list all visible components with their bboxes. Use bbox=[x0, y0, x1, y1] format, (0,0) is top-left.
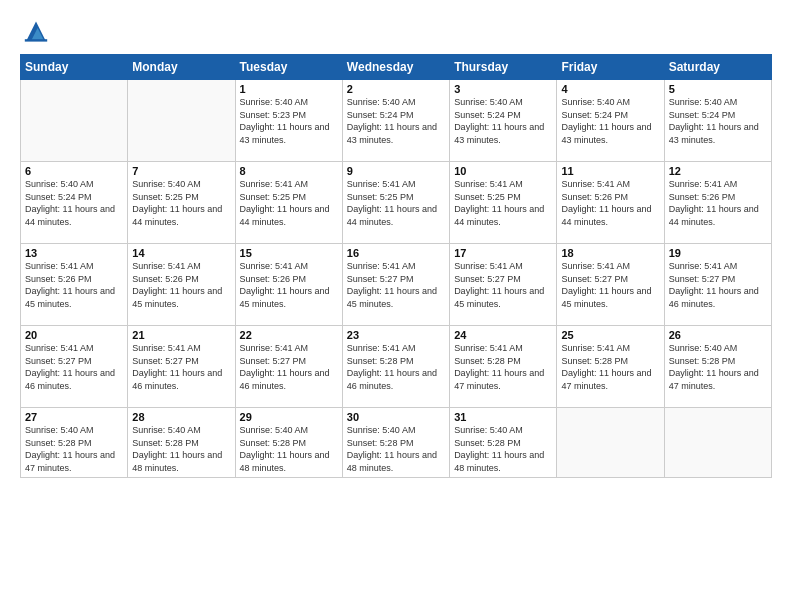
day-number: 29 bbox=[240, 411, 338, 423]
day-number: 31 bbox=[454, 411, 552, 423]
day-info: Sunrise: 5:40 AM Sunset: 5:25 PM Dayligh… bbox=[132, 178, 230, 228]
weekday-header-monday: Monday bbox=[128, 55, 235, 80]
calendar-cell: 1Sunrise: 5:40 AM Sunset: 5:23 PM Daylig… bbox=[235, 80, 342, 162]
day-number: 15 bbox=[240, 247, 338, 259]
day-info: Sunrise: 5:41 AM Sunset: 5:27 PM Dayligh… bbox=[132, 342, 230, 392]
week-row-1: 1Sunrise: 5:40 AM Sunset: 5:23 PM Daylig… bbox=[21, 80, 772, 162]
day-number: 24 bbox=[454, 329, 552, 341]
day-info: Sunrise: 5:41 AM Sunset: 5:27 PM Dayligh… bbox=[240, 342, 338, 392]
day-info: Sunrise: 5:41 AM Sunset: 5:26 PM Dayligh… bbox=[25, 260, 123, 310]
calendar-cell: 30Sunrise: 5:40 AM Sunset: 5:28 PM Dayli… bbox=[342, 408, 449, 478]
day-number: 16 bbox=[347, 247, 445, 259]
day-number: 11 bbox=[561, 165, 659, 177]
day-info: Sunrise: 5:40 AM Sunset: 5:28 PM Dayligh… bbox=[132, 424, 230, 474]
day-number: 12 bbox=[669, 165, 767, 177]
calendar-cell: 18Sunrise: 5:41 AM Sunset: 5:27 PM Dayli… bbox=[557, 244, 664, 326]
day-info: Sunrise: 5:41 AM Sunset: 5:26 PM Dayligh… bbox=[240, 260, 338, 310]
day-number: 25 bbox=[561, 329, 659, 341]
day-info: Sunrise: 5:41 AM Sunset: 5:26 PM Dayligh… bbox=[132, 260, 230, 310]
day-number: 30 bbox=[347, 411, 445, 423]
week-row-2: 6Sunrise: 5:40 AM Sunset: 5:24 PM Daylig… bbox=[21, 162, 772, 244]
calendar-cell: 14Sunrise: 5:41 AM Sunset: 5:26 PM Dayli… bbox=[128, 244, 235, 326]
header bbox=[20, 18, 772, 46]
calendar-cell bbox=[557, 408, 664, 478]
calendar-cell: 17Sunrise: 5:41 AM Sunset: 5:27 PM Dayli… bbox=[450, 244, 557, 326]
calendar-cell: 13Sunrise: 5:41 AM Sunset: 5:26 PM Dayli… bbox=[21, 244, 128, 326]
day-number: 13 bbox=[25, 247, 123, 259]
logo-icon bbox=[20, 18, 52, 46]
day-number: 14 bbox=[132, 247, 230, 259]
day-info: Sunrise: 5:41 AM Sunset: 5:25 PM Dayligh… bbox=[454, 178, 552, 228]
calendar-cell: 20Sunrise: 5:41 AM Sunset: 5:27 PM Dayli… bbox=[21, 326, 128, 408]
day-number: 10 bbox=[454, 165, 552, 177]
calendar-cell: 16Sunrise: 5:41 AM Sunset: 5:27 PM Dayli… bbox=[342, 244, 449, 326]
day-number: 28 bbox=[132, 411, 230, 423]
day-info: Sunrise: 5:41 AM Sunset: 5:26 PM Dayligh… bbox=[561, 178, 659, 228]
day-info: Sunrise: 5:40 AM Sunset: 5:28 PM Dayligh… bbox=[25, 424, 123, 474]
calendar-cell: 7Sunrise: 5:40 AM Sunset: 5:25 PM Daylig… bbox=[128, 162, 235, 244]
day-number: 8 bbox=[240, 165, 338, 177]
calendar-cell: 22Sunrise: 5:41 AM Sunset: 5:27 PM Dayli… bbox=[235, 326, 342, 408]
day-info: Sunrise: 5:41 AM Sunset: 5:26 PM Dayligh… bbox=[669, 178, 767, 228]
calendar-cell: 4Sunrise: 5:40 AM Sunset: 5:24 PM Daylig… bbox=[557, 80, 664, 162]
calendar-cell: 19Sunrise: 5:41 AM Sunset: 5:27 PM Dayli… bbox=[664, 244, 771, 326]
day-info: Sunrise: 5:40 AM Sunset: 5:23 PM Dayligh… bbox=[240, 96, 338, 146]
day-info: Sunrise: 5:41 AM Sunset: 5:28 PM Dayligh… bbox=[561, 342, 659, 392]
calendar-cell: 3Sunrise: 5:40 AM Sunset: 5:24 PM Daylig… bbox=[450, 80, 557, 162]
svg-rect-2 bbox=[25, 39, 47, 41]
day-info: Sunrise: 5:40 AM Sunset: 5:28 PM Dayligh… bbox=[347, 424, 445, 474]
day-info: Sunrise: 5:41 AM Sunset: 5:25 PM Dayligh… bbox=[347, 178, 445, 228]
day-number: 4 bbox=[561, 83, 659, 95]
weekday-header-tuesday: Tuesday bbox=[235, 55, 342, 80]
day-info: Sunrise: 5:40 AM Sunset: 5:24 PM Dayligh… bbox=[454, 96, 552, 146]
day-number: 20 bbox=[25, 329, 123, 341]
weekday-header-row: SundayMondayTuesdayWednesdayThursdayFrid… bbox=[21, 55, 772, 80]
day-info: Sunrise: 5:41 AM Sunset: 5:25 PM Dayligh… bbox=[240, 178, 338, 228]
week-row-3: 13Sunrise: 5:41 AM Sunset: 5:26 PM Dayli… bbox=[21, 244, 772, 326]
calendar-cell: 23Sunrise: 5:41 AM Sunset: 5:28 PM Dayli… bbox=[342, 326, 449, 408]
day-info: Sunrise: 5:40 AM Sunset: 5:24 PM Dayligh… bbox=[669, 96, 767, 146]
day-info: Sunrise: 5:41 AM Sunset: 5:27 PM Dayligh… bbox=[454, 260, 552, 310]
weekday-header-friday: Friday bbox=[557, 55, 664, 80]
day-number: 1 bbox=[240, 83, 338, 95]
calendar-cell: 21Sunrise: 5:41 AM Sunset: 5:27 PM Dayli… bbox=[128, 326, 235, 408]
day-number: 5 bbox=[669, 83, 767, 95]
calendar-cell: 26Sunrise: 5:40 AM Sunset: 5:28 PM Dayli… bbox=[664, 326, 771, 408]
day-number: 9 bbox=[347, 165, 445, 177]
day-info: Sunrise: 5:41 AM Sunset: 5:28 PM Dayligh… bbox=[347, 342, 445, 392]
calendar-cell: 27Sunrise: 5:40 AM Sunset: 5:28 PM Dayli… bbox=[21, 408, 128, 478]
calendar-cell bbox=[128, 80, 235, 162]
day-info: Sunrise: 5:41 AM Sunset: 5:27 PM Dayligh… bbox=[25, 342, 123, 392]
calendar-cell: 2Sunrise: 5:40 AM Sunset: 5:24 PM Daylig… bbox=[342, 80, 449, 162]
calendar-cell: 25Sunrise: 5:41 AM Sunset: 5:28 PM Dayli… bbox=[557, 326, 664, 408]
day-number: 23 bbox=[347, 329, 445, 341]
day-info: Sunrise: 5:41 AM Sunset: 5:27 PM Dayligh… bbox=[561, 260, 659, 310]
calendar-cell: 29Sunrise: 5:40 AM Sunset: 5:28 PM Dayli… bbox=[235, 408, 342, 478]
logo bbox=[20, 18, 58, 46]
day-number: 26 bbox=[669, 329, 767, 341]
day-info: Sunrise: 5:41 AM Sunset: 5:28 PM Dayligh… bbox=[454, 342, 552, 392]
day-number: 3 bbox=[454, 83, 552, 95]
calendar-cell: 5Sunrise: 5:40 AM Sunset: 5:24 PM Daylig… bbox=[664, 80, 771, 162]
day-info: Sunrise: 5:41 AM Sunset: 5:27 PM Dayligh… bbox=[347, 260, 445, 310]
page: SundayMondayTuesdayWednesdayThursdayFrid… bbox=[0, 0, 792, 612]
calendar-cell: 15Sunrise: 5:41 AM Sunset: 5:26 PM Dayli… bbox=[235, 244, 342, 326]
weekday-header-sunday: Sunday bbox=[21, 55, 128, 80]
day-info: Sunrise: 5:40 AM Sunset: 5:24 PM Dayligh… bbox=[561, 96, 659, 146]
day-number: 19 bbox=[669, 247, 767, 259]
calendar-cell: 12Sunrise: 5:41 AM Sunset: 5:26 PM Dayli… bbox=[664, 162, 771, 244]
calendar-cell: 31Sunrise: 5:40 AM Sunset: 5:28 PM Dayli… bbox=[450, 408, 557, 478]
weekday-header-wednesday: Wednesday bbox=[342, 55, 449, 80]
day-info: Sunrise: 5:40 AM Sunset: 5:24 PM Dayligh… bbox=[347, 96, 445, 146]
day-number: 7 bbox=[132, 165, 230, 177]
day-number: 6 bbox=[25, 165, 123, 177]
calendar-cell bbox=[21, 80, 128, 162]
calendar-cell: 6Sunrise: 5:40 AM Sunset: 5:24 PM Daylig… bbox=[21, 162, 128, 244]
week-row-5: 27Sunrise: 5:40 AM Sunset: 5:28 PM Dayli… bbox=[21, 408, 772, 478]
day-number: 17 bbox=[454, 247, 552, 259]
weekday-header-saturday: Saturday bbox=[664, 55, 771, 80]
calendar-cell: 24Sunrise: 5:41 AM Sunset: 5:28 PM Dayli… bbox=[450, 326, 557, 408]
calendar-cell: 8Sunrise: 5:41 AM Sunset: 5:25 PM Daylig… bbox=[235, 162, 342, 244]
day-number: 2 bbox=[347, 83, 445, 95]
calendar-cell: 28Sunrise: 5:40 AM Sunset: 5:28 PM Dayli… bbox=[128, 408, 235, 478]
